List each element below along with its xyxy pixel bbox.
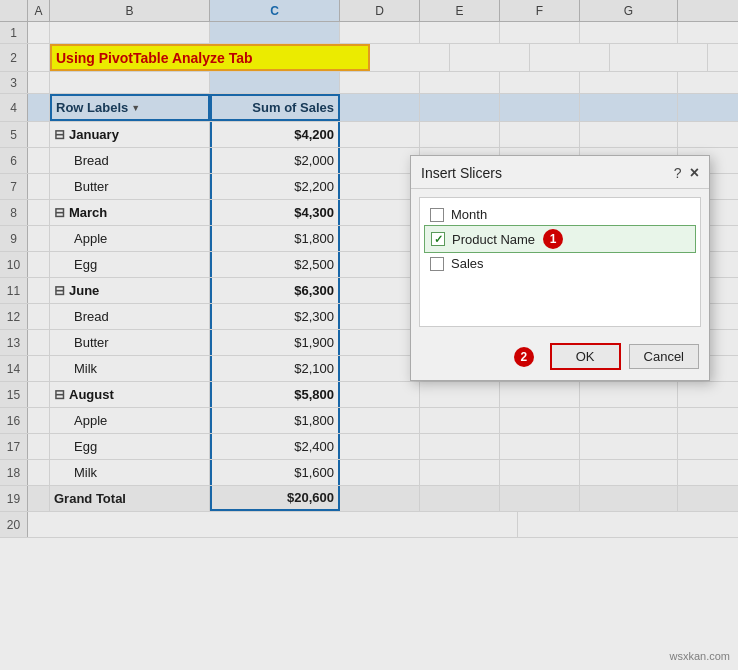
insert-slicers-dialog: Insert Slicers ? × Month ✓ Product Name … — [410, 155, 710, 381]
dialog-body: Month ✓ Product Name 1 Sales — [419, 197, 701, 327]
dialog-help-button[interactable]: ? — [674, 165, 682, 181]
slicer-checkbox-product-name[interactable]: ✓ — [431, 232, 445, 246]
dialog-footer: 2 OK Cancel — [411, 335, 709, 380]
dialog-titlebar: Insert Slicers ? × — [411, 156, 709, 189]
ok-button[interactable]: OK — [550, 343, 621, 370]
badge-2: 2 — [514, 347, 534, 367]
checkmark-icon: ✓ — [434, 233, 443, 246]
dialog-close-button[interactable]: × — [690, 164, 699, 182]
slicer-item-product-name[interactable]: ✓ Product Name 1 — [424, 225, 696, 253]
slicer-label-sales: Sales — [451, 256, 484, 271]
badge-1: 1 — [543, 229, 563, 249]
slicer-label-month: Month — [451, 207, 487, 222]
slicer-checkbox-month[interactable] — [430, 208, 444, 222]
slicer-item-sales[interactable]: Sales — [424, 253, 696, 274]
dialog-title: Insert Slicers — [421, 165, 502, 181]
slicer-label-product-name: Product Name — [452, 232, 535, 247]
cancel-button[interactable]: Cancel — [629, 344, 699, 369]
dialog-controls: ? × — [674, 164, 699, 182]
slicer-checkbox-sales[interactable] — [430, 257, 444, 271]
slicer-item-month[interactable]: Month — [424, 204, 696, 225]
